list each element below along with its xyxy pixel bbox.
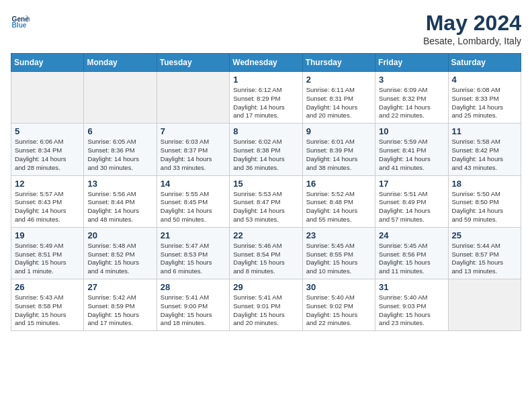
- calendar-day-cell: 25Sunrise: 5:44 AM Sunset: 8:57 PM Dayli…: [448, 227, 521, 279]
- day-info: Sunrise: 5:45 AM Sunset: 8:55 PM Dayligh…: [306, 242, 371, 276]
- month-title: May 2024: [423, 11, 521, 36]
- day-number: 8: [233, 126, 298, 136]
- day-info: Sunrise: 5:42 AM Sunset: 8:59 PM Dayligh…: [87, 293, 152, 328]
- day-number: 20: [87, 230, 152, 240]
- day-number: 21: [161, 230, 226, 240]
- day-info: Sunrise: 6:08 AM Sunset: 8:33 PM Dayligh…: [452, 86, 517, 120]
- calendar-day-cell: [84, 72, 157, 124]
- logo: General Blue: [11, 11, 30, 30]
- day-number: 22: [233, 230, 298, 240]
- calendar-day-cell: 10Sunrise: 5:59 AM Sunset: 8:41 PM Dayli…: [375, 124, 448, 175]
- day-info: Sunrise: 5:53 AM Sunset: 8:47 PM Dayligh…: [233, 190, 298, 224]
- day-info: Sunrise: 5:56 AM Sunset: 8:44 PM Dayligh…: [87, 190, 152, 224]
- calendar-day-cell: 22Sunrise: 5:46 AM Sunset: 8:54 PM Dayli…: [230, 227, 302, 279]
- day-number: 26: [15, 282, 80, 292]
- calendar-day-cell: 27Sunrise: 5:42 AM Sunset: 8:59 PM Dayli…: [84, 279, 157, 331]
- day-number: 14: [161, 179, 226, 189]
- day-number: 7: [161, 126, 226, 136]
- calendar-day-cell: 19Sunrise: 5:49 AM Sunset: 8:51 PM Dayli…: [11, 227, 84, 279]
- day-info: Sunrise: 6:05 AM Sunset: 8:36 PM Dayligh…: [87, 138, 152, 172]
- day-info: Sunrise: 6:09 AM Sunset: 8:32 PM Dayligh…: [379, 86, 444, 120]
- calendar-day-cell: 16Sunrise: 5:52 AM Sunset: 8:48 PM Dayli…: [302, 175, 375, 227]
- day-number: 24: [379, 230, 444, 240]
- day-info: Sunrise: 6:11 AM Sunset: 8:31 PM Dayligh…: [306, 86, 371, 120]
- calendar-day-cell: 8Sunrise: 6:02 AM Sunset: 8:38 PM Daylig…: [230, 124, 302, 175]
- calendar-day-cell: 15Sunrise: 5:53 AM Sunset: 8:47 PM Dayli…: [230, 175, 302, 227]
- calendar-day-cell: 13Sunrise: 5:56 AM Sunset: 8:44 PM Dayli…: [84, 175, 157, 227]
- calendar-day-cell: 6Sunrise: 6:05 AM Sunset: 8:36 PM Daylig…: [84, 124, 157, 175]
- day-number: 9: [306, 126, 371, 136]
- calendar-day-cell: 31Sunrise: 5:40 AM Sunset: 9:03 PM Dayli…: [375, 279, 448, 331]
- day-number: 1: [233, 75, 298, 85]
- day-info: Sunrise: 5:46 AM Sunset: 8:54 PM Dayligh…: [233, 242, 298, 276]
- day-of-week-header: Friday: [375, 54, 448, 72]
- calendar-header-row: SundayMondayTuesdayWednesdayThursdayFrid…: [11, 54, 521, 72]
- day-number: 31: [379, 282, 444, 292]
- day-info: Sunrise: 5:43 AM Sunset: 8:58 PM Dayligh…: [15, 293, 80, 328]
- day-number: 6: [87, 126, 152, 136]
- calendar-day-cell: 2Sunrise: 6:11 AM Sunset: 8:31 PM Daylig…: [302, 72, 375, 124]
- calendar-day-cell: 3Sunrise: 6:09 AM Sunset: 8:32 PM Daylig…: [375, 72, 448, 124]
- day-of-week-header: Tuesday: [157, 54, 229, 72]
- day-info: Sunrise: 5:55 AM Sunset: 8:45 PM Dayligh…: [161, 190, 226, 224]
- calendar-day-cell: 11Sunrise: 5:58 AM Sunset: 8:42 PM Dayli…: [448, 124, 521, 175]
- day-number: 12: [15, 179, 80, 189]
- day-info: Sunrise: 5:40 AM Sunset: 9:03 PM Dayligh…: [379, 293, 444, 328]
- day-number: 23: [306, 230, 371, 240]
- day-info: Sunrise: 6:03 AM Sunset: 8:37 PM Dayligh…: [161, 138, 226, 172]
- calendar-week-row: 1Sunrise: 6:12 AM Sunset: 8:29 PM Daylig…: [11, 72, 521, 124]
- day-number: 18: [452, 179, 517, 189]
- calendar-day-cell: 5Sunrise: 6:06 AM Sunset: 8:34 PM Daylig…: [11, 124, 84, 175]
- day-number: 2: [306, 75, 371, 85]
- page-header: General Blue May 2024 Besate, Lombardy, …: [11, 11, 521, 46]
- calendar-day-cell: 1Sunrise: 6:12 AM Sunset: 8:29 PM Daylig…: [230, 72, 302, 124]
- day-info: Sunrise: 5:48 AM Sunset: 8:52 PM Dayligh…: [87, 242, 152, 276]
- calendar-day-cell: [448, 279, 521, 331]
- day-info: Sunrise: 5:57 AM Sunset: 8:43 PM Dayligh…: [15, 190, 80, 224]
- calendar-day-cell: 23Sunrise: 5:45 AM Sunset: 8:55 PM Dayli…: [302, 227, 375, 279]
- calendar-day-cell: 18Sunrise: 5:50 AM Sunset: 8:50 PM Dayli…: [448, 175, 521, 227]
- day-number: 15: [233, 179, 298, 189]
- calendar-day-cell: 17Sunrise: 5:51 AM Sunset: 8:49 PM Dayli…: [375, 175, 448, 227]
- day-number: 16: [306, 179, 371, 189]
- day-number: 30: [306, 282, 371, 292]
- day-info: Sunrise: 6:12 AM Sunset: 8:29 PM Dayligh…: [233, 86, 298, 120]
- location: Besate, Lombardy, Italy: [423, 36, 521, 46]
- day-info: Sunrise: 5:40 AM Sunset: 9:02 PM Dayligh…: [306, 293, 371, 328]
- day-number: 11: [452, 126, 517, 136]
- day-of-week-header: Monday: [84, 54, 157, 72]
- calendar-day-cell: 4Sunrise: 6:08 AM Sunset: 8:33 PM Daylig…: [448, 72, 521, 124]
- day-of-week-header: Wednesday: [230, 54, 302, 72]
- day-info: Sunrise: 5:59 AM Sunset: 8:41 PM Dayligh…: [379, 138, 444, 172]
- calendar-week-row: 5Sunrise: 6:06 AM Sunset: 8:34 PM Daylig…: [11, 124, 521, 175]
- day-info: Sunrise: 5:41 AM Sunset: 9:00 PM Dayligh…: [161, 293, 226, 328]
- day-info: Sunrise: 5:52 AM Sunset: 8:48 PM Dayligh…: [306, 190, 371, 224]
- calendar-day-cell: 12Sunrise: 5:57 AM Sunset: 8:43 PM Dayli…: [11, 175, 84, 227]
- day-number: 10: [379, 126, 444, 136]
- day-number: 29: [233, 282, 298, 292]
- day-info: Sunrise: 5:45 AM Sunset: 8:56 PM Dayligh…: [379, 242, 444, 276]
- day-number: 17: [379, 179, 444, 189]
- day-number: 3: [379, 75, 444, 85]
- calendar-day-cell: 29Sunrise: 5:41 AM Sunset: 9:01 PM Dayli…: [230, 279, 302, 331]
- calendar-day-cell: 24Sunrise: 5:45 AM Sunset: 8:56 PM Dayli…: [375, 227, 448, 279]
- title-area: May 2024 Besate, Lombardy, Italy: [423, 11, 521, 46]
- calendar-day-cell: 7Sunrise: 6:03 AM Sunset: 8:37 PM Daylig…: [157, 124, 229, 175]
- svg-text:Blue: Blue: [12, 21, 27, 29]
- calendar-day-cell: 14Sunrise: 5:55 AM Sunset: 8:45 PM Dayli…: [157, 175, 229, 227]
- day-of-week-header: Sunday: [11, 54, 84, 72]
- calendar-day-cell: 9Sunrise: 6:01 AM Sunset: 8:39 PM Daylig…: [302, 124, 375, 175]
- calendar-day-cell: 21Sunrise: 5:47 AM Sunset: 8:53 PM Dayli…: [157, 227, 229, 279]
- calendar-week-row: 12Sunrise: 5:57 AM Sunset: 8:43 PM Dayli…: [11, 175, 521, 227]
- day-info: Sunrise: 5:50 AM Sunset: 8:50 PM Dayligh…: [452, 190, 517, 224]
- calendar-week-row: 26Sunrise: 5:43 AM Sunset: 8:58 PM Dayli…: [11, 279, 521, 331]
- calendar-day-cell: [11, 72, 84, 124]
- day-info: Sunrise: 6:02 AM Sunset: 8:38 PM Dayligh…: [233, 138, 298, 172]
- day-info: Sunrise: 5:41 AM Sunset: 9:01 PM Dayligh…: [233, 293, 298, 328]
- day-number: 19: [15, 230, 80, 240]
- day-number: 27: [87, 282, 152, 292]
- day-of-week-header: Saturday: [448, 54, 521, 72]
- calendar-day-cell: 20Sunrise: 5:48 AM Sunset: 8:52 PM Dayli…: [84, 227, 157, 279]
- day-number: 5: [15, 126, 80, 136]
- calendar-week-row: 19Sunrise: 5:49 AM Sunset: 8:51 PM Dayli…: [11, 227, 521, 279]
